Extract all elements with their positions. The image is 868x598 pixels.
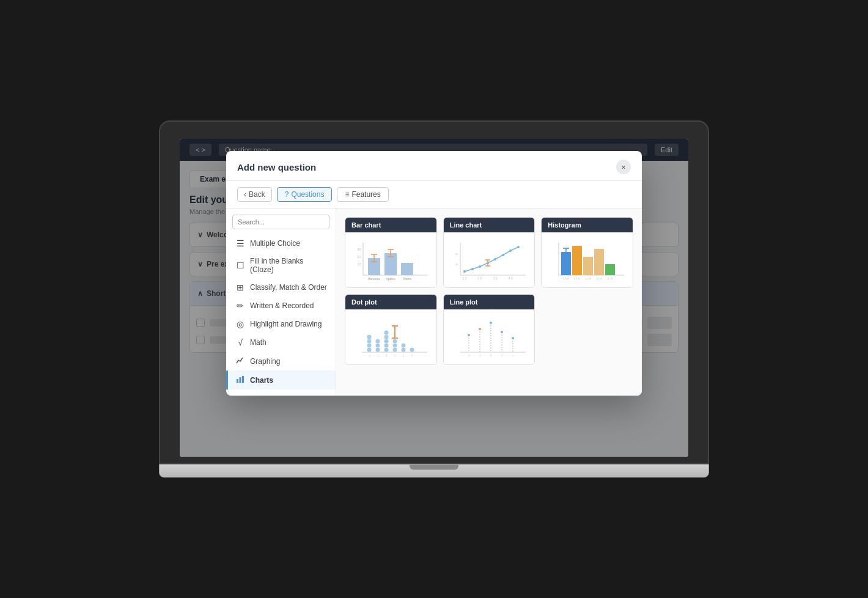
svg-text:Bananas: Bananas bbox=[368, 277, 380, 281]
svg-text:60: 60 bbox=[455, 253, 458, 256]
svg-point-22 bbox=[463, 270, 466, 273]
svg-text:0: 0 bbox=[386, 354, 388, 357]
tab-features-label: Features bbox=[351, 190, 380, 199]
svg-point-88 bbox=[468, 334, 470, 336]
grid-icon: ⊞ bbox=[235, 282, 245, 292]
svg-text:-1: -1 bbox=[479, 354, 481, 357]
svg-point-61 bbox=[376, 339, 380, 344]
laptop-shell: < > Question name Edit Exam editor Edit … bbox=[159, 120, 709, 478]
chart-card-bar-chart[interactable]: Bar chart bbox=[345, 217, 437, 288]
svg-rect-43 bbox=[583, 257, 593, 275]
svg-point-89 bbox=[479, 328, 481, 330]
svg-point-91 bbox=[501, 331, 503, 333]
svg-point-73 bbox=[402, 348, 406, 352]
svg-text:-2: -2 bbox=[369, 354, 371, 357]
dot-plot-preview-svg: -2 -1 0 1 2 3 bbox=[351, 317, 430, 360]
chart-card-dot-plot-body: -2 -1 0 1 2 3 bbox=[345, 309, 436, 364]
search-input[interactable] bbox=[232, 215, 329, 229]
sidebar-item-written-recorded[interactable]: ✏ Written & Recorded bbox=[226, 297, 336, 315]
svg-point-92 bbox=[512, 337, 514, 339]
sidebar-item-label-fill-blanks: Fill in the Blanks (Cloze) bbox=[250, 257, 328, 274]
sidebar-item-multiple-choice[interactable]: ☰ Multiple Choice bbox=[226, 234, 336, 253]
chart-card-histogram[interactable]: Histogram bbox=[541, 217, 633, 288]
svg-text:20-00: 20-00 bbox=[607, 277, 614, 280]
chart-card-line-plot[interactable]: Line plot bbox=[443, 294, 535, 365]
svg-point-27 bbox=[502, 254, 504, 256]
svg-point-55 bbox=[367, 348, 372, 352]
svg-text:2.0: 2.0 bbox=[478, 276, 482, 280]
svg-text:9-100: 9-100 bbox=[574, 277, 581, 280]
modal-backdrop: Add new question × ‹ Back ? Questions bbox=[180, 139, 688, 457]
svg-point-56 bbox=[367, 344, 372, 348]
blank-icon: ☐ bbox=[235, 260, 245, 270]
chart-card-line-plot-title: Line plot bbox=[444, 295, 535, 309]
svg-point-90 bbox=[490, 322, 492, 324]
svg-point-57 bbox=[367, 339, 372, 344]
highlight-icon: ◎ bbox=[235, 319, 245, 329]
svg-text:20: 20 bbox=[358, 255, 361, 259]
laptop-base bbox=[159, 464, 709, 478]
svg-text:30: 30 bbox=[358, 248, 361, 251]
svg-point-74 bbox=[402, 344, 406, 348]
back-button[interactable]: ‹ Back bbox=[237, 187, 272, 202]
sidebar-item-label-classify-match: Classify, Match & Order bbox=[250, 283, 327, 292]
svg-point-58 bbox=[367, 335, 372, 339]
svg-text:-2: -2 bbox=[468, 354, 470, 357]
svg-point-68 bbox=[393, 344, 397, 348]
back-arrow-icon: ‹ bbox=[244, 190, 246, 199]
sidebar-item-math[interactable]: √ Math bbox=[226, 333, 336, 352]
sidebar-item-classify-match[interactable]: ⊞ Classify, Match & Order bbox=[226, 278, 336, 297]
svg-text:1.0: 1.0 bbox=[463, 276, 467, 280]
svg-point-26 bbox=[494, 258, 496, 260]
svg-point-63 bbox=[384, 344, 389, 348]
pencil-icon: ✏ bbox=[235, 301, 245, 311]
svg-point-64 bbox=[384, 339, 389, 344]
tab-questions[interactable]: ? Questions bbox=[277, 187, 333, 202]
svg-point-60 bbox=[376, 344, 380, 348]
modal-header: Add new question × bbox=[226, 151, 642, 181]
content-area: Bar chart bbox=[336, 209, 642, 396]
sidebar-item-label-written-recorded: Written & Recorded bbox=[250, 301, 314, 310]
sidebar-item-charts[interactable]: Charts bbox=[226, 371, 336, 389]
svg-point-29 bbox=[517, 246, 520, 248]
svg-point-28 bbox=[509, 249, 512, 252]
svg-point-66 bbox=[384, 331, 389, 335]
screen-bezel: < > Question name Edit Exam editor Edit … bbox=[159, 120, 709, 464]
histogram-preview-svg: 0-100 9-100 11-00 14-00 20-00 bbox=[548, 240, 627, 282]
svg-text:11-00: 11-00 bbox=[585, 277, 592, 280]
svg-point-69 bbox=[393, 339, 397, 344]
sidebar: ☰ Multiple Choice ☐ Fill in the Blanks (… bbox=[226, 209, 336, 396]
chart-card-histogram-body: 0-100 9-100 11-00 14-00 20-00 bbox=[542, 232, 633, 287]
sidebar-item-label-graphing: Graphing bbox=[250, 357, 280, 366]
modal-close-button[interactable]: × bbox=[616, 160, 631, 174]
sidebar-item-fill-blanks[interactable]: ☐ Fill in the Blanks (Cloze) bbox=[226, 253, 336, 278]
svg-text:Plums: Plums bbox=[403, 277, 411, 281]
sidebar-item-label-highlight-drawing: Highlight and Drawing bbox=[250, 320, 322, 328]
chart-card-line-chart[interactable]: Line chart bbox=[443, 217, 535, 288]
chart-card-dot-plot[interactable]: Dot plot bbox=[345, 294, 437, 365]
sidebar-item-label-charts: Charts bbox=[250, 376, 273, 385]
chart-card-line-plot-body: -2 -1 0 1 2 bbox=[444, 309, 535, 364]
svg-rect-42 bbox=[572, 246, 582, 275]
charts-icon bbox=[235, 375, 245, 385]
list-icon: ☰ bbox=[235, 238, 245, 248]
svg-text:2: 2 bbox=[403, 354, 405, 357]
svg-text:4.0: 4.0 bbox=[509, 276, 513, 280]
chart-card-line-chart-title: Line chart bbox=[444, 218, 535, 232]
bar-chart-preview-svg: Bananas Apples Plums 10 20 30 bbox=[351, 240, 430, 282]
tab-features[interactable]: ≡ Features bbox=[337, 187, 388, 202]
sidebar-item-graphing[interactable]: Graphing bbox=[226, 352, 336, 371]
modal-toolbar: ‹ Back ? Questions ≡ Features bbox=[226, 181, 642, 209]
chart-card-histogram-title: Histogram bbox=[542, 218, 633, 232]
svg-rect-7 bbox=[401, 263, 413, 275]
tab-questions-label: Questions bbox=[291, 190, 324, 199]
svg-text:3: 3 bbox=[411, 354, 413, 357]
svg-text:1: 1 bbox=[501, 354, 503, 357]
svg-rect-44 bbox=[594, 249, 604, 275]
question-icon: ? bbox=[285, 190, 289, 199]
svg-text:2: 2 bbox=[512, 354, 514, 357]
sidebar-item-label-multiple-choice: Multiple Choice bbox=[250, 239, 300, 248]
svg-point-62 bbox=[384, 348, 389, 352]
svg-text:0: 0 bbox=[490, 354, 492, 357]
sidebar-item-highlight-drawing[interactable]: ◎ Highlight and Drawing bbox=[226, 315, 336, 333]
